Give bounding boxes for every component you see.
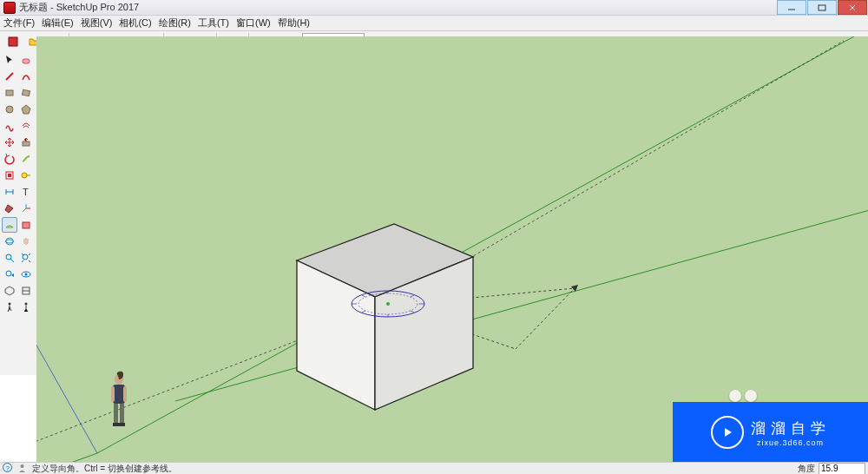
tool-text[interactable]: T [18,184,34,200]
tool-pushpull[interactable] [18,135,34,150]
svg-point-81 [21,464,24,468]
tool-look-around[interactable] [18,267,34,282]
svg-point-42 [25,273,28,276]
svg-text:T: T [23,187,29,197]
svg-line-33 [23,208,26,212]
tool-section[interactable] [18,217,34,233]
tool-paint[interactable] [2,201,17,216]
measurement-input[interactable] [819,463,865,475]
svg-rect-72 [111,386,115,402]
tool-orbit[interactable] [2,234,17,249]
play-icon [711,416,744,449]
svg-rect-75 [120,404,124,425]
tool-walk[interactable] [2,300,17,315]
tool-zoom[interactable] [2,250,17,266]
svg-line-55 [516,288,575,349]
statusbar: ? 定义导向角。Ctrl = 切换创建参考线。 角度 [0,462,868,474]
menu-help[interactable]: 帮助(H) [278,16,310,30]
tool-rotate[interactable] [2,151,17,167]
svg-rect-18 [6,90,13,95]
tool-line[interactable] [2,69,17,84]
tool-rectangle[interactable] [2,85,17,101]
svg-rect-34 [23,222,30,228]
new-button[interactable] [3,32,23,51]
svg-rect-19 [22,89,30,96]
tool-extra-b[interactable] [18,316,34,332]
close-button[interactable] [838,0,867,15]
tool-pan[interactable] [18,234,34,249]
tool-move[interactable] [2,135,17,150]
svg-rect-22 [23,142,30,146]
window-title: 无标题 - SketchUp Pro 2017 [19,1,139,14]
tool-arc[interactable] [18,69,34,84]
tool-followme[interactable] [18,151,34,167]
svg-line-50 [175,210,868,401]
tool-offset[interactable] [18,118,34,134]
tool-eraser[interactable] [18,52,34,68]
svg-point-46 [25,303,28,306]
svg-rect-24 [8,174,11,177]
svg-rect-1 [819,5,825,10]
maximize-button[interactable] [807,0,837,15]
svg-line-47 [36,314,97,453]
svg-text:?: ? [6,464,10,472]
tool-position-camera[interactable] [18,300,34,315]
svg-line-17 [6,73,13,80]
svg-rect-4 [9,37,17,46]
tool-protractor[interactable] [2,217,17,233]
svg-point-20 [6,106,13,113]
status-hint: 定义导向角。Ctrl = 切换创建参考线。 [32,463,177,475]
watermark-url: zixue.3d66.com [751,438,831,447]
tool-tape[interactable] [18,168,34,183]
tool-rotated-rect[interactable] [18,85,34,101]
tool-circle[interactable] [2,102,17,117]
tool-outliner[interactable] [18,283,34,299]
svg-point-40 [6,271,11,276]
svg-marker-78 [725,428,732,437]
svg-rect-76 [113,423,119,426]
status-user-icon[interactable] [17,463,27,474]
tool-axes[interactable] [18,201,34,216]
status-measure-label: 角度 [798,463,815,475]
tool-extra-a[interactable] [2,316,17,332]
tool-select[interactable] [2,52,17,68]
watermark-title: 溜溜自学 [751,418,831,438]
menu-tools[interactable]: 工具(T) [198,16,229,30]
menu-view[interactable]: 视图(V) [81,16,113,30]
tool-scale[interactable] [2,168,17,183]
svg-point-45 [9,303,11,306]
status-help-icon[interactable]: ? [3,463,12,474]
svg-line-38 [10,259,14,262]
menu-draw[interactable]: 绘图(R) [159,16,191,30]
tool-zoom-extents[interactable] [18,250,34,266]
menu-camera[interactable]: 相机(C) [119,16,151,30]
svg-point-25 [22,173,27,178]
menu-edit[interactable]: 编辑(E) [42,16,74,30]
svg-marker-21 [22,105,30,114]
tool-dimension[interactable] [2,184,17,200]
svg-rect-74 [114,404,118,425]
svg-point-35 [6,238,13,245]
scale-figure [111,372,127,426]
svg-rect-16 [23,59,30,63]
tool-palette: T [0,50,39,375]
svg-rect-77 [119,423,125,426]
minimize-button[interactable] [777,0,806,15]
svg-rect-73 [123,386,127,402]
decoration-earbuds [729,390,757,402]
tool-freehand[interactable] [2,118,17,134]
svg-rect-71 [113,385,125,404]
tool-iso[interactable] [2,283,17,299]
svg-point-69 [386,302,390,306]
watermark: 溜溜自学 zixue.3d66.com [673,402,868,463]
tool-polygon[interactable] [18,102,34,117]
menubar: 文件(F) 编辑(E) 视图(V) 相机(C) 绘图(R) 工具(T) 窗口(W… [0,16,868,31]
titlebar: 无标题 - SketchUp Pro 2017 [0,0,868,16]
app-icon [3,2,16,14]
tool-zoom-prev[interactable] [2,267,17,282]
menu-window[interactable]: 窗口(W) [236,16,271,30]
menu-file[interactable]: 文件(F) [3,16,35,30]
